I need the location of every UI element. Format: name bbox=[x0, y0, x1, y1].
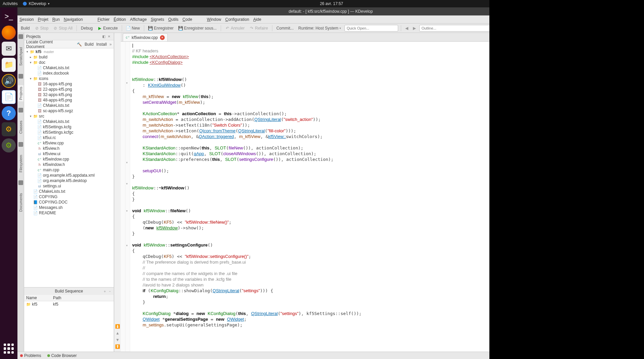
volume-icon bbox=[622, 1, 627, 6]
power-icon bbox=[631, 1, 636, 6]
system-tray[interactable]: ▾ bbox=[613, 1, 641, 6]
gnome-top-bar: Activités KDevelop ▾ 26 avr. 17:57 ▾ bbox=[0, 0, 644, 7]
kdevelop-icon bbox=[22, 1, 27, 6]
svg-point-0 bbox=[23, 2, 27, 6]
clock[interactable]: 26 avr. 17:57 bbox=[50, 1, 613, 6]
activities-button[interactable]: Activités bbox=[3, 1, 18, 6]
network-icon bbox=[613, 1, 618, 6]
app-menu[interactable]: KDevelop ▾ bbox=[22, 1, 50, 6]
